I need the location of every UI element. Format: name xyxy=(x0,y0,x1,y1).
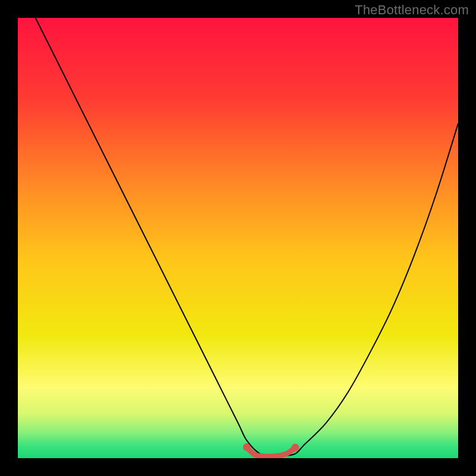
trough-end-dot xyxy=(292,444,299,452)
watermark-label: TheBottleneck.com xyxy=(355,2,469,18)
bottleneck-chart xyxy=(0,0,476,476)
trough-end-dot xyxy=(243,443,250,451)
chart-frame: TheBottleneck.com xyxy=(0,0,476,476)
plot-background xyxy=(18,18,458,458)
